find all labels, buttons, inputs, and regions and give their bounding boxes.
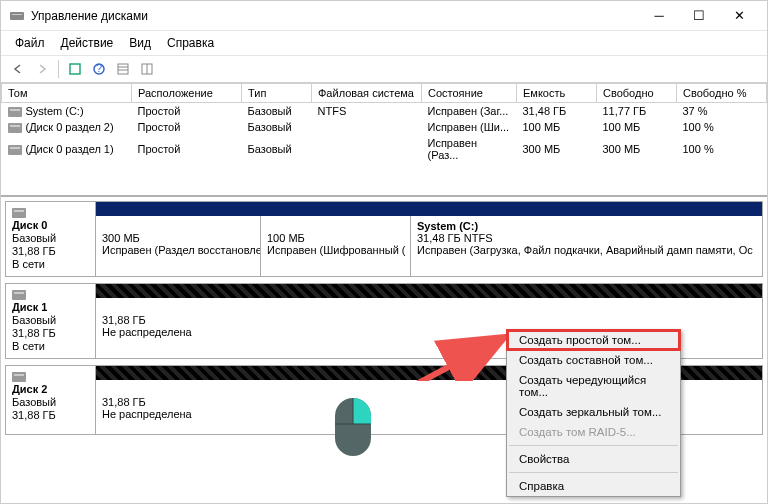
menu-view[interactable]: Вид (121, 33, 159, 53)
drive-icon (12, 372, 26, 382)
drive-icon (8, 145, 22, 155)
col-fs[interactable]: Файловая система (312, 84, 422, 103)
ctx-create-simple[interactable]: Создать простой том... (507, 330, 680, 350)
disk2-size: 31,88 ГБ (12, 409, 89, 421)
forward-button[interactable] (31, 59, 53, 79)
col-volume[interactable]: Том (2, 84, 132, 103)
help-toolbar-button[interactable]: ? (88, 59, 110, 79)
table-row[interactable]: (Диск 0 раздел 2)ПростойБазовыйИсправен … (2, 119, 767, 135)
back-button[interactable] (7, 59, 29, 79)
col-layout[interactable]: Расположение (132, 84, 242, 103)
col-capacity[interactable]: Емкость (517, 84, 597, 103)
part-size: 300 МБ (102, 232, 254, 244)
disk0-row: Диск 0 Базовый 31,88 ГБ В сети 300 МБ Ис… (5, 201, 763, 277)
svg-rect-2 (70, 64, 80, 74)
disk0-part2[interactable]: System (C:) 31,48 ГБ NTFS Исправен (Загр… (411, 216, 762, 276)
ctx-create-raid5: Создать том RAID-5... (507, 422, 680, 442)
col-type[interactable]: Тип (242, 84, 312, 103)
svg-rect-5 (118, 64, 128, 74)
col-status[interactable]: Состояние (422, 84, 517, 103)
refresh-button[interactable] (64, 59, 86, 79)
ctx-help[interactable]: Справка (507, 476, 680, 496)
disk0-part1[interactable]: 100 МБ Исправен (Шифрованный ( (261, 216, 411, 276)
disk0-size: 31,88 ГБ (12, 245, 89, 257)
volume-list: Том Расположение Тип Файловая система Со… (1, 83, 767, 197)
disk0-type: Базовый (12, 232, 89, 244)
close-button[interactable]: ✕ (719, 4, 759, 28)
part-name: System (C:) (417, 220, 756, 232)
col-freepct[interactable]: Свободно % (677, 84, 767, 103)
disk2-type: Базовый (12, 396, 89, 408)
menubar: Файл Действие Вид Справка (1, 31, 767, 56)
disk1-name: Диск 1 (12, 301, 89, 313)
disk2-name: Диск 2 (12, 383, 89, 395)
drive-icon (12, 208, 26, 218)
menu-help[interactable]: Справка (159, 33, 222, 53)
disk0-stripe (96, 202, 762, 216)
titlebar: Управление дисками ─ ☐ ✕ (1, 1, 767, 31)
ctx-sep (509, 445, 678, 446)
app-icon (9, 8, 25, 24)
disk2-label[interactable]: Диск 2 Базовый 31,88 ГБ (6, 366, 96, 434)
table-row[interactable]: System (C:)ПростойБазовыйNTFSИсправен (З… (2, 103, 767, 120)
svg-rect-0 (10, 12, 24, 20)
mouse-icon (331, 396, 375, 458)
drive-icon (8, 107, 22, 117)
disk0-label[interactable]: Диск 0 Базовый 31,88 ГБ В сети (6, 202, 96, 276)
drive-icon (8, 123, 22, 133)
ctx-create-striped[interactable]: Создать чередующийся том... (507, 370, 680, 402)
part-status: Исправен (Загрузка, Файл подкачки, Авари… (417, 244, 756, 256)
part-status: Исправен (Шифрованный ( (267, 244, 404, 256)
ctx-create-mirrored[interactable]: Создать зеркальный том... (507, 402, 680, 422)
part-desc: 31,48 ГБ NTFS (417, 232, 756, 244)
minimize-button[interactable]: ─ (639, 4, 679, 28)
drive-icon (12, 290, 26, 300)
disk1-status: В сети (12, 340, 89, 352)
maximize-button[interactable]: ☐ (679, 4, 719, 28)
toolbar-sep (58, 60, 59, 78)
part-status: Исправен (Раздел восстановления (102, 244, 254, 256)
col-free[interactable]: Свободно (597, 84, 677, 103)
context-menu: Создать простой том... Создать составной… (506, 329, 681, 497)
disk1-label[interactable]: Диск 1 Базовый 31,88 ГБ В сети (6, 284, 96, 358)
disk1-type: Базовый (12, 314, 89, 326)
window-controls: ─ ☐ ✕ (639, 4, 759, 28)
detail-view-button[interactable] (136, 59, 158, 79)
volume-header: Том Расположение Тип Файловая система Со… (2, 84, 767, 103)
part-size: 100 МБ (267, 232, 404, 244)
disk0-status: В сети (12, 258, 89, 270)
disk1-stripe (96, 284, 762, 298)
part-size: 31,88 ГБ (102, 314, 756, 326)
disk0-name: Диск 0 (12, 219, 89, 231)
toolbar: ? (1, 56, 767, 83)
disk0-part0[interactable]: 300 МБ Исправен (Раздел восстановления (96, 216, 261, 276)
menu-file[interactable]: Файл (7, 33, 53, 53)
list-view-button[interactable] (112, 59, 134, 79)
menu-action[interactable]: Действие (53, 33, 122, 53)
table-row[interactable]: (Диск 0 раздел 1)ПростойБазовыйИсправен … (2, 135, 767, 163)
disk1-size: 31,88 ГБ (12, 327, 89, 339)
window-title: Управление дисками (31, 9, 639, 23)
ctx-sep (509, 472, 678, 473)
ctx-create-spanned[interactable]: Создать составной том... (507, 350, 680, 370)
svg-rect-1 (12, 14, 22, 15)
svg-text:?: ? (96, 62, 102, 74)
ctx-properties[interactable]: Свойства (507, 449, 680, 469)
